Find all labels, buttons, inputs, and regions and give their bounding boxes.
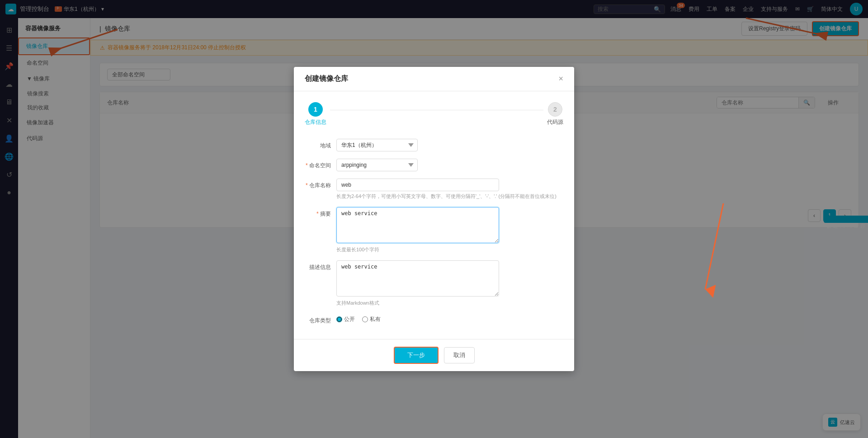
- region-label: 地域: [305, 139, 336, 150]
- description-textarea[interactable]: web service: [336, 260, 499, 297]
- radio-private[interactable]: 私有: [362, 316, 381, 323]
- repo-type-radio-group: 公开 私有: [336, 314, 563, 323]
- description-hint: 支持Markdown格式: [336, 300, 563, 306]
- namespace-control: arppinging: [336, 159, 563, 171]
- form-row-description: 描述信息 web service 支持Markdown格式: [305, 260, 563, 306]
- radio-public-input[interactable]: [336, 316, 342, 322]
- repo-name-input[interactable]: [336, 179, 499, 191]
- modal-close-btn[interactable]: ×: [558, 74, 563, 84]
- step-2-circle: 2: [548, 102, 562, 117]
- form-row-repo-name: 仓库名称 长度为2-64个字符，可使用小写英文字母、数字、可使用分隔符'_'、'…: [305, 179, 563, 200]
- namespace-select[interactable]: arppinging: [336, 159, 418, 171]
- radio-private-label: 私有: [370, 316, 381, 323]
- radio-public-label: 公开: [344, 316, 355, 323]
- repo-type-control: 公开 私有: [336, 314, 563, 323]
- modal-title: 创建镜像仓库: [305, 74, 348, 84]
- region-control: 华东1（杭州）: [336, 139, 563, 151]
- description-label: 描述信息: [305, 260, 336, 271]
- summary-label: 摘要: [305, 207, 336, 218]
- next-step-btn[interactable]: 下一步: [394, 347, 439, 364]
- step-1-circle: 1: [308, 102, 323, 117]
- summary-control: web service 长度最长100个字符: [336, 207, 563, 253]
- description-control: web service 支持Markdown格式: [336, 260, 563, 306]
- modal-body: 1 仓库信息 2 代码源 地域 华东1（杭州）: [294, 91, 574, 339]
- radio-private-input[interactable]: [362, 316, 368, 322]
- form-row-repo-type: 仓库类型 公开 私有: [305, 314, 563, 325]
- repo-type-label: 仓库类型: [305, 314, 336, 325]
- cancel-btn[interactable]: 取消: [444, 347, 475, 363]
- repo-name-hint: 长度为2-64个字符，可使用小写英文字母、数字、可使用分隔符'_'、'-'、'.…: [336, 193, 563, 200]
- create-repo-form: 地域 华东1（杭州） 命名空间 arppinging: [305, 139, 563, 325]
- repo-name-label: 仓库名称: [305, 179, 336, 189]
- modal-overlay[interactable]: 创建镜像仓库 × 1 仓库信息 2 代码源 地域: [0, 0, 868, 438]
- summary-hint: 长度最长100个字符: [336, 246, 563, 253]
- modal-footer: 下一步 取消: [294, 339, 574, 371]
- radio-public[interactable]: 公开: [336, 316, 355, 323]
- form-row-region: 地域 华东1（杭州）: [305, 139, 563, 151]
- form-row-summary: 摘要 web service 长度最长100个字符: [305, 207, 563, 253]
- region-select[interactable]: 华东1（杭州）: [336, 139, 418, 151]
- step-1: 1 仓库信息: [305, 102, 326, 126]
- step-2-label: 代码源: [547, 118, 563, 126]
- step-2: 2 代码源: [547, 102, 563, 126]
- summary-textarea[interactable]: web service: [336, 207, 499, 243]
- form-row-namespace: 命名空间 arppinging: [305, 159, 563, 171]
- create-repo-modal: 创建镜像仓库 × 1 仓库信息 2 代码源 地域: [294, 67, 574, 371]
- step-1-label: 仓库信息: [305, 118, 326, 126]
- namespace-label: 命名空间: [305, 159, 336, 170]
- repo-name-control: 长度为2-64个字符，可使用小写英文字母、数字、可使用分隔符'_'、'-'、'.…: [336, 179, 563, 200]
- steps: 1 仓库信息 2 代码源: [305, 102, 563, 126]
- modal-header: 创建镜像仓库 ×: [294, 67, 574, 91]
- step-line: [330, 110, 543, 110]
